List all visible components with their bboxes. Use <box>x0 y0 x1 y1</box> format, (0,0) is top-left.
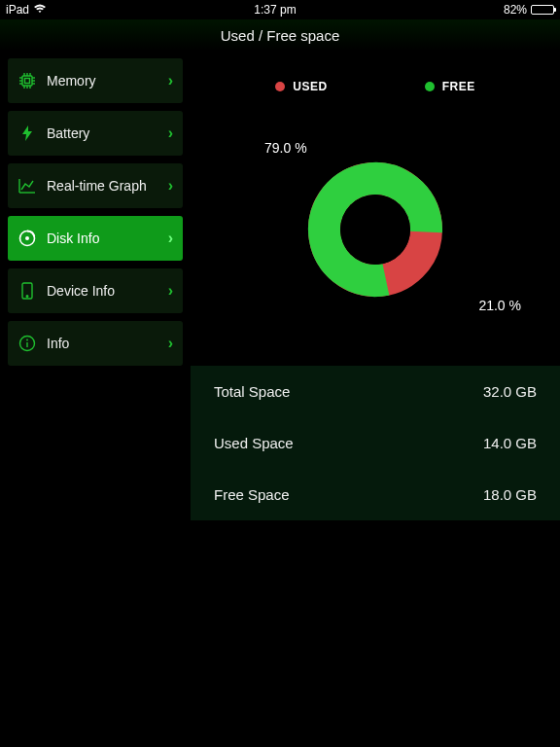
chevron-right-icon: › <box>168 72 173 89</box>
svg-point-17 <box>26 296 28 298</box>
sidebar: Memory › Battery › Real-time Graph › Dis… <box>0 51 191 747</box>
info-row-free: Free Space 18.0 GB <box>191 469 560 520</box>
info-panel: Total Space 32.0 GB Used Space 14.0 GB F… <box>191 366 560 520</box>
info-row-used: Used Space 14.0 GB <box>191 417 560 469</box>
svg-rect-0 <box>22 76 32 86</box>
bolt-icon <box>18 124 37 143</box>
free-space-value: 18.0 GB <box>483 486 537 503</box>
battery-icon <box>531 5 554 15</box>
sidebar-item-label: Memory <box>47 73 158 89</box>
sidebar-item-info[interactable]: Info › <box>8 321 183 366</box>
info-row-total: Total Space 32.0 GB <box>191 366 560 417</box>
chart-legend: USED FREE <box>191 80 560 93</box>
chevron-right-icon: › <box>168 230 173 247</box>
page-title: Used / Free space <box>0 19 560 51</box>
sidebar-item-memory[interactable]: Memory › <box>8 58 183 103</box>
sidebar-item-realtime-graph[interactable]: Real-time Graph › <box>8 163 183 208</box>
graph-icon <box>18 176 37 196</box>
svg-point-15 <box>26 237 28 239</box>
sidebar-item-label: Device Info <box>47 283 158 299</box>
device-label: iPad <box>6 3 29 17</box>
used-space-value: 14.0 GB <box>483 435 537 451</box>
total-space-label: Total Space <box>214 383 290 400</box>
svg-point-19 <box>26 339 28 341</box>
sidebar-item-label: Battery <box>47 125 158 141</box>
legend-free: FREE <box>425 80 475 93</box>
sidebar-item-disk-info[interactable]: Disk Info › <box>8 216 183 261</box>
chevron-right-icon: › <box>168 282 173 300</box>
dot-free-icon <box>425 82 435 91</box>
donut-chart: 79.0 % 21.0 % <box>191 93 560 366</box>
svg-point-23 <box>340 195 410 265</box>
status-left: iPad <box>6 3 47 17</box>
chevron-right-icon: › <box>168 177 173 195</box>
free-percentage-label: 79.0 % <box>264 140 307 156</box>
chevron-right-icon: › <box>168 124 173 142</box>
status-time: 1:37 pm <box>254 3 296 17</box>
donut-svg <box>302 157 448 302</box>
cpu-icon <box>18 71 37 90</box>
status-bar: iPad 1:37 pm 82% <box>0 0 560 19</box>
battery-pct: 82% <box>504 3 527 17</box>
device-icon <box>18 281 37 301</box>
total-space-value: 32.0 GB <box>483 383 537 400</box>
legend-used: USED <box>275 80 327 93</box>
dot-used-icon <box>275 82 285 91</box>
svg-rect-1 <box>25 79 30 84</box>
used-space-label: Used Space <box>214 435 294 451</box>
info-icon <box>18 334 37 353</box>
status-right: 82% <box>504 3 554 17</box>
free-space-label: Free Space <box>214 486 290 503</box>
sidebar-item-label: Info <box>47 336 158 351</box>
chevron-right-icon: › <box>168 335 173 352</box>
sidebar-item-device-info[interactable]: Device Info › <box>8 268 183 313</box>
disk-icon <box>18 229 37 248</box>
used-percentage-label: 21.0 % <box>478 298 521 313</box>
sidebar-item-label: Disk Info <box>47 231 158 246</box>
sidebar-item-battery[interactable]: Battery › <box>8 111 183 156</box>
wifi-icon <box>33 3 47 17</box>
sidebar-item-label: Real-time Graph <box>47 178 158 194</box>
main-panel: USED FREE 79.0 % 21.0 % Total Space 32.0… <box>191 51 560 747</box>
